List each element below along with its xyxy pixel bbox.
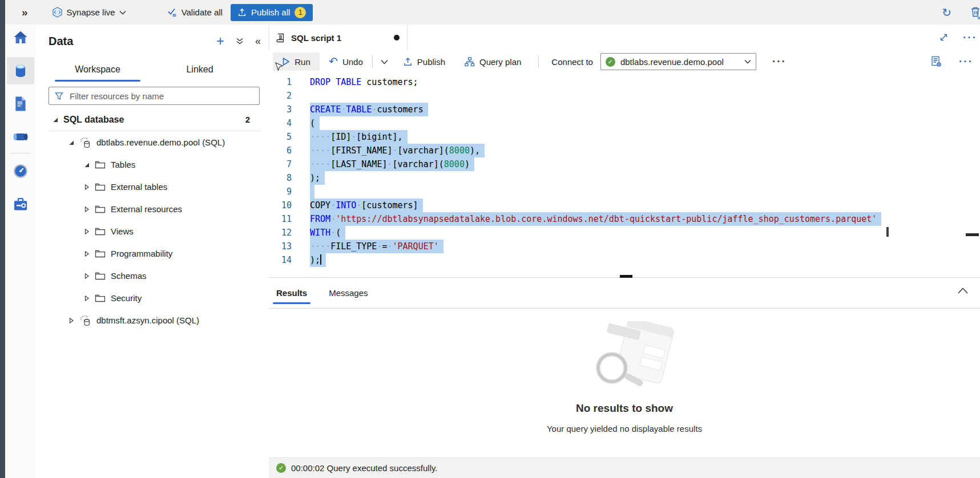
- line-number[interactable]: 14: [269, 253, 292, 267]
- tab-linked[interactable]: Linked: [157, 60, 243, 82]
- environment-selector[interactable]: Synapse live: [52, 7, 126, 18]
- tree-item-label: Schemas: [111, 271, 147, 281]
- line-number[interactable]: 10: [269, 199, 292, 212]
- code-line[interactable]: 13····FILE_TYPE·=·'PARQUET': [269, 240, 980, 253]
- expand-editor-icon[interactable]: [939, 33, 949, 42]
- code-token: INTO: [336, 200, 356, 210]
- expand-menu-icon[interactable]: »: [22, 6, 28, 19]
- properties-icon[interactable]: [931, 56, 942, 67]
- tree-row[interactable]: Views: [36, 220, 268, 242]
- run-button[interactable]: Run: [273, 52, 320, 71]
- code-line[interactable]: 7····[LAST_NAME]·[varchar](8000): [269, 157, 980, 171]
- nav-data-button[interactable]: [7, 57, 34, 84]
- nav-monitor-button[interactable]: [8, 159, 33, 184]
- collapsed-triangle-icon[interactable]: [84, 251, 90, 257]
- folder-icon: [95, 227, 106, 236]
- tree-row[interactable]: dbtmsft.azsyn.cipool (SQL): [36, 309, 268, 331]
- undo-button[interactable]: ↶ Undo: [324, 52, 368, 71]
- code-line[interactable]: 9: [269, 185, 980, 199]
- toolbar-more-actions-icon[interactable]: ···: [772, 59, 787, 64]
- collapsed-triangle-icon[interactable]: [84, 206, 90, 212]
- publish-all-button[interactable]: Publish all 1: [231, 4, 313, 21]
- filter-resources-box: [49, 87, 260, 105]
- expanded-triangle-icon[interactable]: [68, 140, 74, 145]
- tab-results[interactable]: Results: [273, 278, 310, 308]
- line-number[interactable]: 2: [269, 89, 292, 103]
- filter-resources-input[interactable]: [68, 91, 253, 102]
- code-line[interactable]: 14);: [269, 253, 980, 267]
- line-number[interactable]: 11: [269, 212, 292, 226]
- line-number[interactable]: 9: [269, 185, 292, 199]
- line-number[interactable]: 7: [269, 157, 292, 171]
- collapse-results-icon[interactable]: [957, 287, 969, 294]
- tree-row[interactable]: SQL database2: [36, 108, 268, 131]
- tree-row[interactable]: dbtlabs.revenue.demo.pool (SQL): [36, 131, 268, 153]
- expanded-triangle-icon[interactable]: [84, 162, 90, 168]
- editor-more-actions-icon[interactable]: ···: [959, 59, 973, 64]
- line-number[interactable]: 13: [269, 240, 292, 253]
- line-number[interactable]: 8: [269, 171, 292, 185]
- code-line[interactable]: 1DROP TABLE customers;: [269, 75, 980, 89]
- nav-integrate-button[interactable]: [8, 124, 33, 149]
- code-token: ·: [351, 132, 356, 142]
- tab-sql-script-1[interactable]: SQL script 1: [269, 25, 408, 51]
- synapse-logo-icon: [52, 7, 63, 18]
- collapsed-triangle-icon[interactable]: [84, 273, 90, 279]
- line-number[interactable]: 12: [269, 226, 292, 240]
- code-token: [varchar](: [393, 159, 444, 169]
- code-line[interactable]: 11FROM·'https://dbtlabsynapsedatalake.bl…: [269, 212, 980, 226]
- code-line[interactable]: 10COPY·INTO·[customers]: [269, 199, 980, 212]
- code-line[interactable]: 3CREATE·TABLE·customers: [269, 103, 980, 116]
- tab-more-actions-icon[interactable]: ···: [963, 35, 977, 40]
- tree-row[interactable]: External tables: [36, 176, 268, 198]
- scrollbar-marker[interactable]: [886, 227, 889, 237]
- line-number[interactable]: 5: [269, 130, 292, 144]
- collapsed-triangle-icon[interactable]: [84, 295, 90, 301]
- line-number[interactable]: 1: [269, 75, 292, 89]
- trash-icon[interactable]: [970, 6, 980, 19]
- pool-selector-dropdown[interactable]: ✓ dbtlabs.revenue.demo.pool: [600, 53, 756, 70]
- line-number[interactable]: 6: [269, 144, 292, 157]
- collapsed-triangle-icon[interactable]: [68, 318, 74, 323]
- tree-item-count: 2: [245, 115, 250, 124]
- tree-row[interactable]: Tables: [36, 153, 268, 176]
- sql-code-editor[interactable]: 1DROP TABLE customers;23CREATE·TABLE·cus…: [269, 72, 980, 277]
- code-line[interactable]: 2: [269, 89, 980, 103]
- nav-manage-button[interactable]: [8, 192, 33, 217]
- code-token: (: [310, 118, 315, 128]
- tab-workspace[interactable]: Workspace: [55, 60, 140, 82]
- expanded-triangle-icon[interactable]: [53, 117, 58, 123]
- filter-icon: [55, 92, 63, 100]
- no-results-subtitle: Your query yielded no displayable result…: [269, 424, 980, 434]
- tree-row[interactable]: External resources: [36, 198, 268, 220]
- tree-item-label: Programmability: [111, 249, 172, 258]
- code-line[interactable]: 4(: [269, 116, 980, 130]
- tree-row[interactable]: Programmability: [36, 242, 268, 265]
- validate-all-label: Validate all: [182, 7, 223, 17]
- query-plan-button[interactable]: Query plan: [460, 52, 526, 71]
- nav-home-button[interactable]: [8, 25, 33, 50]
- run-options-chevron-icon[interactable]: [378, 57, 390, 67]
- code-line[interactable]: 6····[FIRST_NAME]·[varchar](8000),: [269, 144, 980, 157]
- collapsed-triangle-icon[interactable]: [84, 184, 90, 190]
- collapsed-triangle-icon[interactable]: [84, 229, 90, 234]
- line-number[interactable]: 3: [269, 103, 292, 116]
- publish-button[interactable]: Publish: [398, 52, 450, 71]
- refresh-icon[interactable]: ↻: [942, 6, 951, 19]
- add-resource-icon[interactable]: +: [216, 36, 224, 46]
- scrollbar-thumb[interactable]: [966, 233, 979, 236]
- tree-row[interactable]: Schemas: [36, 265, 268, 287]
- code-line[interactable]: 8);: [269, 171, 980, 185]
- collapse-all-icon[interactable]: [236, 37, 244, 45]
- command-bar: » Synapse live Validate all Publish all …: [5, 0, 980, 25]
- code-line-text: ····[ID]·[bigint],: [310, 130, 408, 144]
- nav-develop-button[interactable]: [8, 91, 33, 116]
- collapse-panel-icon[interactable]: «: [255, 35, 261, 47]
- tab-messages[interactable]: Messages: [325, 278, 371, 308]
- validate-all-button[interactable]: Validate all: [167, 7, 223, 17]
- code-line[interactable]: 12WITH·(: [269, 226, 980, 240]
- line-number[interactable]: 4: [269, 116, 292, 130]
- code-line[interactable]: 5····[ID]·[bigint],: [269, 130, 980, 144]
- publish-icon: [237, 8, 247, 17]
- tree-row[interactable]: Security: [36, 287, 268, 309]
